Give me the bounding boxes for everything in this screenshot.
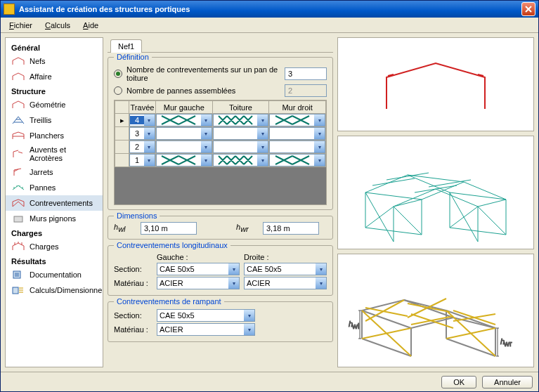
chevron-down-icon[interactable]: ▾ bbox=[201, 128, 212, 139]
label-gauche: Gauche : bbox=[157, 253, 240, 261]
sidebar-item-murs-pignons[interactable]: Murs pignons bbox=[6, 211, 103, 226]
sidebar-item-geometrie[interactable]: Géométrie bbox=[6, 97, 103, 112]
label-section: Section: bbox=[114, 265, 152, 273]
sidebar-item-contreventements[interactable]: Contreventements bbox=[6, 195, 103, 211]
chevron-down-icon[interactable]: ▾ bbox=[257, 128, 268, 139]
sidebar-item-auvents[interactable]: Auvents et Acrotères bbox=[6, 143, 103, 164]
select-materiau-rampant[interactable]: ACIER▾ bbox=[157, 323, 255, 336]
select-materiau-gauche[interactable]: ACIER▾ bbox=[157, 277, 240, 289]
group-title-definition: Définition bbox=[114, 53, 152, 61]
tab-nef1[interactable]: Nef1 bbox=[110, 39, 142, 53]
label-section-r: Section: bbox=[114, 311, 152, 320]
sidebar-item-pannes[interactable]: Pannes bbox=[6, 180, 103, 195]
chevron-down-icon[interactable]: ▾ bbox=[144, 115, 155, 126]
chevron-down-icon[interactable]: ▾ bbox=[144, 128, 155, 139]
col-travee: Travée bbox=[129, 101, 156, 114]
chevron-down-icon: ▾ bbox=[228, 277, 239, 289]
pannes-icon bbox=[11, 182, 25, 193]
chevron-down-icon: ▾ bbox=[244, 324, 254, 335]
sidebar-item-label: Murs pignons bbox=[30, 214, 76, 223]
main-panel: Nef1 Définition Nombre de contreventemen… bbox=[108, 37, 333, 367]
sidebar-item-label: Planchers bbox=[30, 131, 64, 140]
chevron-down-icon[interactable]: ▾ bbox=[314, 115, 325, 126]
input-nb-pannes bbox=[285, 84, 327, 97]
sidebar-item-label: Calculs/Dimensionnement bbox=[30, 286, 103, 294]
title-bar: Assistant de création des structures por… bbox=[1, 1, 538, 18]
input-hwr[interactable] bbox=[263, 222, 319, 235]
murs-pignons-icon bbox=[11, 213, 25, 224]
definition-grid[interactable]: Travée Mur gauche Toiture Mur droit ▸ 4▾… bbox=[114, 100, 327, 205]
svg-text:wl: wl bbox=[351, 322, 359, 330]
col-murdroit: Mur droit bbox=[269, 101, 326, 114]
input-nb-contreventements[interactable] bbox=[285, 67, 327, 80]
sidebar-item-label: Géométrie bbox=[30, 100, 65, 109]
select-section-rampant[interactable]: CAE 50x5▾ bbox=[157, 309, 255, 322]
sidebar-item-planchers[interactable]: Planchers bbox=[6, 128, 103, 143]
svg-rect-0 bbox=[14, 216, 22, 222]
select-materiau-droite[interactable]: ACIER▾ bbox=[244, 277, 327, 289]
sidebar-item-label: Auvents et Acrotères bbox=[30, 145, 97, 162]
radio-nb-pannes[interactable] bbox=[114, 86, 122, 95]
radio-nb-contreventements[interactable] bbox=[114, 70, 122, 78]
chevron-down-icon[interactable]: ▾ bbox=[144, 155, 155, 166]
chevron-down-icon[interactable]: ▾ bbox=[144, 141, 155, 152]
group-title-dimensions: Dimensions bbox=[114, 211, 160, 220]
menu-file[interactable]: FEichierichier bbox=[4, 20, 38, 31]
sidebar-item-treillis[interactable]: Treillis bbox=[6, 112, 103, 128]
group-rampant: Contreventements de rampant Section: CAE… bbox=[108, 301, 333, 342]
sidebar-item-nefs[interactable]: Nefs bbox=[6, 53, 103, 69]
select-section-droite[interactable]: CAE 50x5▾ bbox=[244, 263, 327, 275]
sidebar-item-label: Contreventements bbox=[30, 199, 93, 207]
menu-help[interactable]: Aide bbox=[77, 20, 104, 31]
label-opt2: Nombre de pannes assemblées bbox=[126, 86, 280, 95]
chevron-down-icon: ▾ bbox=[228, 263, 239, 275]
chevron-down-icon[interactable]: ▾ bbox=[257, 155, 268, 166]
contreventements-icon bbox=[11, 197, 25, 209]
sidebar-item-calculs-dim[interactable]: Calculs/Dimensionnement bbox=[6, 282, 103, 298]
col-murgauche: Mur gauche bbox=[155, 101, 212, 114]
cancel-button[interactable]: Annuler bbox=[482, 376, 533, 388]
sidebar-item-label: Documentation bbox=[30, 270, 82, 279]
sidebar-item-label: Pannes bbox=[30, 183, 56, 192]
table-row[interactable]: 2▾ ▾ ▾ ▾ bbox=[115, 141, 326, 154]
jarrets-icon bbox=[11, 166, 25, 178]
sidebar-item-label: Treillis bbox=[30, 116, 51, 124]
sidebar-group-charges: Charges bbox=[6, 226, 103, 239]
chevron-down-icon[interactable]: ▾ bbox=[201, 141, 212, 152]
chevron-down-icon[interactable]: ▾ bbox=[314, 128, 325, 139]
chevron-down-icon[interactable]: ▾ bbox=[257, 115, 268, 126]
group-definition: Définition Nombre de contreventements su… bbox=[108, 57, 333, 210]
table-row[interactable]: ▸ 4▾ ▾ ▾ ▾ bbox=[115, 114, 326, 127]
chevron-down-icon[interactable]: ▾ bbox=[314, 141, 325, 152]
col-toiture: Toiture bbox=[212, 101, 269, 114]
group-title-rampant: Contreventements de rampant bbox=[114, 297, 224, 306]
svg-rect-2 bbox=[13, 287, 18, 294]
chevron-down-icon[interactable]: ▾ bbox=[201, 155, 212, 166]
content-area: Général Nefs Affaire Structure Géométrie… bbox=[1, 33, 538, 372]
sidebar-item-label: Nefs bbox=[30, 57, 46, 65]
sidebar-item-jarrets[interactable]: Jarrets bbox=[6, 164, 103, 180]
chevron-down-icon[interactable]: ▾ bbox=[201, 115, 212, 126]
table-row[interactable]: 1▾ ▾ ▾ ▾ bbox=[115, 154, 326, 167]
close-icon bbox=[525, 6, 532, 13]
label-materiau: Matériau : bbox=[114, 279, 152, 287]
label-droite: Droite : bbox=[244, 253, 327, 261]
affaire-icon bbox=[11, 71, 25, 82]
table-row[interactable]: 3▾ ▾ ▾ ▾ bbox=[115, 127, 326, 141]
ok-button[interactable]: OK bbox=[441, 376, 476, 388]
chevron-down-icon[interactable]: ▾ bbox=[314, 155, 325, 166]
sidebar-item-charges[interactable]: Charges bbox=[6, 239, 103, 254]
label-opt1: Nombre de contreventements sur un pan de… bbox=[126, 65, 280, 82]
sidebar-group-general: Général bbox=[6, 41, 103, 53]
chevron-down-icon[interactable]: ▾ bbox=[257, 141, 268, 152]
close-button[interactable] bbox=[521, 2, 535, 16]
select-section-gauche[interactable]: CAE 50x5▾ bbox=[157, 263, 240, 275]
chevron-down-icon: ▾ bbox=[316, 277, 326, 289]
sidebar-item-affaire[interactable]: Affaire bbox=[6, 69, 103, 84]
menu-calc[interactable]: Calculs bbox=[39, 20, 76, 31]
label-hwl: hwl bbox=[114, 223, 135, 233]
input-hwl[interactable] bbox=[141, 222, 197, 235]
preview-3d-bracing: hwr hwl bbox=[337, 254, 534, 367]
sidebar-item-documentation[interactable]: Documentation bbox=[6, 267, 103, 282]
geometrie-icon bbox=[11, 99, 25, 110]
